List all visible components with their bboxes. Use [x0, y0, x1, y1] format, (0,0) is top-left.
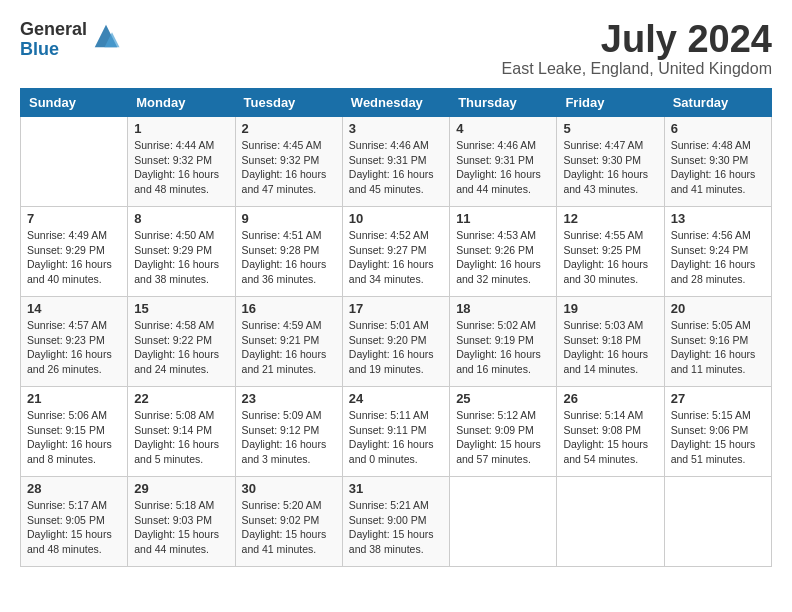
- weekday-header-sunday: Sunday: [21, 89, 128, 117]
- month-title: July 2024: [502, 20, 772, 58]
- sunset-text: Sunset: 9:23 PM: [27, 334, 105, 346]
- daylight-text-2: and 36 minutes.: [242, 273, 317, 285]
- sunrise-text: Sunrise: 5:03 AM: [563, 319, 643, 331]
- day-info: Sunrise: 4:56 AMSunset: 9:24 PMDaylight:…: [671, 228, 765, 287]
- week-row-1: 1Sunrise: 4:44 AMSunset: 9:32 PMDaylight…: [21, 117, 772, 207]
- day-info: Sunrise: 5:06 AMSunset: 9:15 PMDaylight:…: [27, 408, 121, 467]
- day-info: Sunrise: 5:01 AMSunset: 9:20 PMDaylight:…: [349, 318, 443, 377]
- day-info: Sunrise: 4:46 AMSunset: 9:31 PMDaylight:…: [456, 138, 550, 197]
- sunrise-text: Sunrise: 5:18 AM: [134, 499, 214, 511]
- weekday-header-monday: Monday: [128, 89, 235, 117]
- logo-blue-text: Blue: [20, 40, 87, 60]
- sunset-text: Sunset: 9:02 PM: [242, 514, 320, 526]
- daylight-text: Daylight: 15 hours: [27, 528, 112, 540]
- day-number: 23: [242, 391, 336, 406]
- week-row-5: 28Sunrise: 5:17 AMSunset: 9:05 PMDayligh…: [21, 477, 772, 567]
- day-info: Sunrise: 4:51 AMSunset: 9:28 PMDaylight:…: [242, 228, 336, 287]
- daylight-text-2: and 0 minutes.: [349, 453, 418, 465]
- day-number: 26: [563, 391, 657, 406]
- logo-icon: [91, 21, 121, 51]
- day-number: 12: [563, 211, 657, 226]
- day-number: 25: [456, 391, 550, 406]
- daylight-text: Daylight: 16 hours: [456, 348, 541, 360]
- daylight-text: Daylight: 16 hours: [563, 258, 648, 270]
- day-info: Sunrise: 5:21 AMSunset: 9:00 PMDaylight:…: [349, 498, 443, 557]
- weekday-header-row: SundayMondayTuesdayWednesdayThursdayFrid…: [21, 89, 772, 117]
- daylight-text-2: and 34 minutes.: [349, 273, 424, 285]
- sunset-text: Sunset: 9:00 PM: [349, 514, 427, 526]
- day-info: Sunrise: 5:08 AMSunset: 9:14 PMDaylight:…: [134, 408, 228, 467]
- sunset-text: Sunset: 9:14 PM: [134, 424, 212, 436]
- daylight-text: Daylight: 16 hours: [242, 258, 327, 270]
- sunrise-text: Sunrise: 4:58 AM: [134, 319, 214, 331]
- calendar-cell: 15Sunrise: 4:58 AMSunset: 9:22 PMDayligh…: [128, 297, 235, 387]
- day-number: 5: [563, 121, 657, 136]
- day-info: Sunrise: 5:14 AMSunset: 9:08 PMDaylight:…: [563, 408, 657, 467]
- daylight-text: Daylight: 15 hours: [456, 438, 541, 450]
- sunset-text: Sunset: 9:32 PM: [134, 154, 212, 166]
- sunset-text: Sunset: 9:09 PM: [456, 424, 534, 436]
- calendar-cell: 10Sunrise: 4:52 AMSunset: 9:27 PMDayligh…: [342, 207, 449, 297]
- sunrise-text: Sunrise: 5:06 AM: [27, 409, 107, 421]
- sunset-text: Sunset: 9:05 PM: [27, 514, 105, 526]
- day-info: Sunrise: 4:53 AMSunset: 9:26 PMDaylight:…: [456, 228, 550, 287]
- calendar-cell: 4Sunrise: 4:46 AMSunset: 9:31 PMDaylight…: [450, 117, 557, 207]
- daylight-text-2: and 5 minutes.: [134, 453, 203, 465]
- sunset-text: Sunset: 9:20 PM: [349, 334, 427, 346]
- sunset-text: Sunset: 9:29 PM: [27, 244, 105, 256]
- daylight-text: Daylight: 16 hours: [27, 258, 112, 270]
- calendar-cell: 17Sunrise: 5:01 AMSunset: 9:20 PMDayligh…: [342, 297, 449, 387]
- logo: General Blue: [20, 20, 121, 60]
- weekday-header-wednesday: Wednesday: [342, 89, 449, 117]
- sunrise-text: Sunrise: 5:14 AM: [563, 409, 643, 421]
- sunrise-text: Sunrise: 5:05 AM: [671, 319, 751, 331]
- calendar-cell: 18Sunrise: 5:02 AMSunset: 9:19 PMDayligh…: [450, 297, 557, 387]
- sunrise-text: Sunrise: 5:02 AM: [456, 319, 536, 331]
- sunset-text: Sunset: 9:31 PM: [456, 154, 534, 166]
- header: General Blue July 2024 East Leake, Engla…: [20, 20, 772, 78]
- day-info: Sunrise: 4:47 AMSunset: 9:30 PMDaylight:…: [563, 138, 657, 197]
- location-title: East Leake, England, United Kingdom: [502, 60, 772, 78]
- day-info: Sunrise: 4:57 AMSunset: 9:23 PMDaylight:…: [27, 318, 121, 377]
- calendar-cell: [557, 477, 664, 567]
- daylight-text: Daylight: 15 hours: [563, 438, 648, 450]
- calendar-cell: 21Sunrise: 5:06 AMSunset: 9:15 PMDayligh…: [21, 387, 128, 477]
- daylight-text: Daylight: 16 hours: [456, 168, 541, 180]
- sunrise-text: Sunrise: 4:53 AM: [456, 229, 536, 241]
- daylight-text-2: and 40 minutes.: [27, 273, 102, 285]
- sunset-text: Sunset: 9:32 PM: [242, 154, 320, 166]
- calendar-cell: 12Sunrise: 4:55 AMSunset: 9:25 PMDayligh…: [557, 207, 664, 297]
- daylight-text-2: and 48 minutes.: [134, 183, 209, 195]
- sunrise-text: Sunrise: 5:15 AM: [671, 409, 751, 421]
- calendar-cell: 27Sunrise: 5:15 AMSunset: 9:06 PMDayligh…: [664, 387, 771, 477]
- daylight-text-2: and 48 minutes.: [27, 543, 102, 555]
- sunset-text: Sunset: 9:28 PM: [242, 244, 320, 256]
- calendar-cell: [450, 477, 557, 567]
- week-row-2: 7Sunrise: 4:49 AMSunset: 9:29 PMDaylight…: [21, 207, 772, 297]
- daylight-text-2: and 44 minutes.: [456, 183, 531, 195]
- calendar-cell: 1Sunrise: 4:44 AMSunset: 9:32 PMDaylight…: [128, 117, 235, 207]
- day-number: 9: [242, 211, 336, 226]
- sunrise-text: Sunrise: 4:44 AM: [134, 139, 214, 151]
- day-info: Sunrise: 4:59 AMSunset: 9:21 PMDaylight:…: [242, 318, 336, 377]
- daylight-text: Daylight: 16 hours: [563, 168, 648, 180]
- daylight-text-2: and 28 minutes.: [671, 273, 746, 285]
- sunset-text: Sunset: 9:18 PM: [563, 334, 641, 346]
- daylight-text: Daylight: 16 hours: [134, 438, 219, 450]
- daylight-text-2: and 32 minutes.: [456, 273, 531, 285]
- daylight-text: Daylight: 16 hours: [349, 348, 434, 360]
- daylight-text: Daylight: 16 hours: [242, 438, 327, 450]
- day-info: Sunrise: 5:12 AMSunset: 9:09 PMDaylight:…: [456, 408, 550, 467]
- sunrise-text: Sunrise: 4:57 AM: [27, 319, 107, 331]
- day-number: 19: [563, 301, 657, 316]
- sunrise-text: Sunrise: 4:49 AM: [27, 229, 107, 241]
- weekday-header-friday: Friday: [557, 89, 664, 117]
- sunrise-text: Sunrise: 5:01 AM: [349, 319, 429, 331]
- calendar-cell: 29Sunrise: 5:18 AMSunset: 9:03 PMDayligh…: [128, 477, 235, 567]
- day-number: 31: [349, 481, 443, 496]
- daylight-text-2: and 38 minutes.: [134, 273, 209, 285]
- title-area: July 2024 East Leake, England, United Ki…: [502, 20, 772, 78]
- daylight-text-2: and 54 minutes.: [563, 453, 638, 465]
- sunrise-text: Sunrise: 4:59 AM: [242, 319, 322, 331]
- daylight-text: Daylight: 16 hours: [563, 348, 648, 360]
